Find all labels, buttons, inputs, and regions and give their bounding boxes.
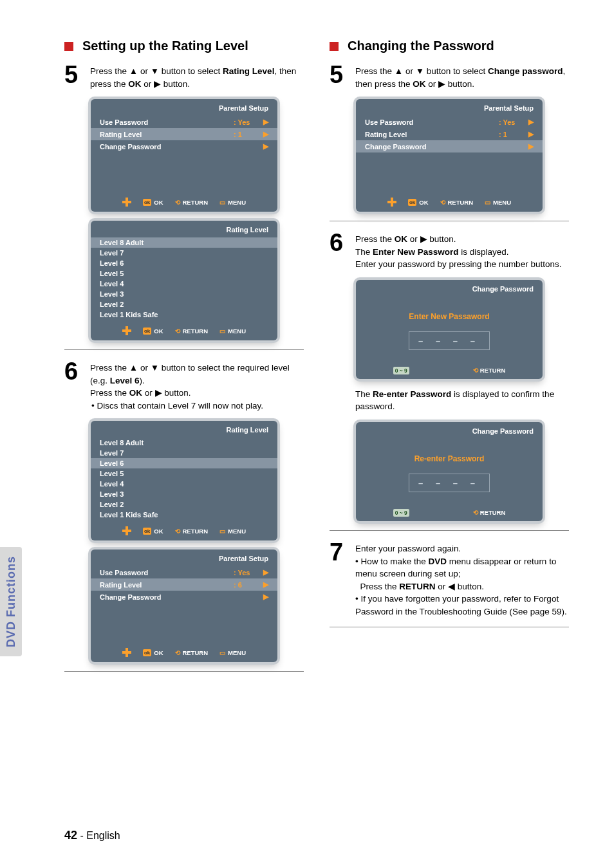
- ok-key-icon: ok: [143, 528, 151, 535]
- panel-title: Change Password: [356, 422, 543, 439]
- panel-row: Use Password : Yes ▶: [91, 116, 277, 128]
- return-icon: ⟲: [440, 199, 445, 206]
- list-item: Level 7: [91, 448, 277, 458]
- section-heading-rating: Setting up the Rating Level: [64, 39, 304, 53]
- side-category-tab: DVD Functions: [0, 547, 22, 656]
- right-arrow-icon: ▶: [263, 568, 268, 577]
- list-item: Level 6: [91, 458, 277, 468]
- step-6-right: 6 Press the OK or ▶ button. The Enter Ne…: [330, 230, 569, 271]
- section-title: Setting up the Rating Level: [82, 39, 248, 53]
- list-item: Level 8 Adult: [91, 237, 277, 248]
- right-arrow-icon: ▶: [528, 130, 534, 138]
- step-number: 5: [64, 62, 82, 87]
- panel-subtitle: Re-enter Password: [362, 454, 536, 463]
- dpad-icon: [122, 198, 131, 207]
- panel-footer: ok OK ⟲ RETURN ▭ MENU: [91, 642, 277, 662]
- down-arrow-icon: ▼: [151, 363, 159, 373]
- return-icon: ⟲: [175, 328, 180, 335]
- step-number: 5: [330, 62, 348, 87]
- list-item: Level 3: [91, 489, 277, 499]
- ok-key-icon: ok: [408, 199, 416, 206]
- list-item: Level 2: [91, 299, 277, 309]
- osd-panel-change-password: Change Password Enter New Passaword – – …: [356, 280, 543, 379]
- divider: [64, 349, 304, 350]
- osd-panel-rating-level: Rating Level Level 8 Adult Level 7 Level…: [91, 421, 277, 540]
- return-icon: ⟲: [473, 509, 478, 516]
- list-item: Level 1 Kids Safe: [91, 309, 277, 320]
- panel-title: Parental Setup: [91, 99, 277, 116]
- divider: [330, 221, 569, 221]
- osd-panel-change-password: Change Password Re-enter Password – – – …: [356, 422, 543, 521]
- step-text: Press the ▲ or ▼ button to select Rating…: [90, 62, 304, 90]
- osd-panel-parental-setup: Parental Setup Use Password : Yes ▶ Rati…: [91, 549, 277, 662]
- list-item: Level 3: [91, 289, 277, 299]
- panel-row: Use Password : Yes ▶: [356, 116, 543, 128]
- panel-footer: 0 ~ 9 ⟲ RETURN: [356, 355, 543, 379]
- panel-row: Change Password ▶: [91, 591, 277, 603]
- dpad-icon: [122, 648, 131, 657]
- list-item: Level 4: [91, 479, 277, 489]
- panel-title: Rating Level: [91, 421, 277, 438]
- list-item: Level 5: [91, 268, 277, 279]
- right-column: Changing the Password 5 Press the ▲ or ▼…: [330, 39, 569, 681]
- menu-icon: ▭: [219, 649, 225, 656]
- panel-row: Rating Level : 1 ▶: [356, 128, 543, 140]
- step-number: 6: [64, 359, 82, 383]
- side-category-label: DVD Functions: [5, 556, 18, 647]
- menu-icon: ▭: [485, 199, 490, 206]
- step-5-left: 5 Press the ▲ or ▼ button to select Rati…: [64, 62, 304, 90]
- step-text: Press the OK or ▶ button. The Enter New …: [355, 230, 569, 271]
- instruction-text: The Re-enter Password is displayed to co…: [355, 388, 569, 413]
- panel-row-highlighted: Rating Level : 6 ▶: [91, 578, 277, 591]
- panel-footer: ok OK ⟲ RETURN ▭ MENU: [91, 520, 277, 540]
- right-arrow-icon: ▶: [154, 79, 161, 89]
- panel-footer: ok OK ⟲ RETURN ▭ MENU: [356, 191, 543, 212]
- return-icon: ⟲: [175, 528, 180, 535]
- right-arrow-icon: ▶: [263, 130, 268, 138]
- panel-row-highlighted: Rating Level : 1 ▶: [91, 128, 277, 140]
- right-arrow-icon: ▶: [263, 580, 268, 589]
- right-arrow-icon: ▶: [438, 79, 445, 89]
- osd-panel-parental-setup: Parental Setup Use Password : Yes ▶ Rati…: [91, 99, 277, 212]
- dpad-icon: [387, 198, 396, 207]
- number-range-icon: 0 ~ 9: [393, 509, 409, 517]
- dpad-icon: [122, 526, 131, 535]
- page-number: 42: [64, 829, 77, 842]
- divider: [330, 530, 569, 531]
- step-number: 7: [330, 540, 348, 564]
- number-range-icon: 0 ~ 9: [393, 367, 409, 374]
- left-column: Setting up the Rating Level 5 Press the …: [64, 39, 304, 681]
- password-input-display: – – – –: [409, 331, 490, 350]
- panel-title: Change Password: [356, 280, 543, 297]
- panel-footer: 0 ~ 9 ⟲ RETURN: [356, 497, 543, 521]
- list-item: Level 8 Adult: [91, 438, 277, 448]
- right-arrow-icon: ▶: [263, 118, 268, 126]
- return-icon: ⟲: [473, 367, 478, 374]
- page-footer: 42 - English: [64, 829, 120, 842]
- up-arrow-icon: ▲: [395, 66, 403, 76]
- list-item: Level 1 Kids Safe: [91, 510, 277, 520]
- panel-footer: ok OK ⟲ RETURN ▭ MENU: [91, 191, 277, 212]
- panel-title: Parental Setup: [356, 99, 543, 116]
- page-language: English: [86, 830, 120, 841]
- right-arrow-icon: ▶: [420, 234, 427, 244]
- divider: [64, 671, 304, 672]
- panel-row: Use Password : Yes ▶: [91, 566, 277, 578]
- down-arrow-icon: ▼: [416, 66, 424, 76]
- return-icon: ⟲: [175, 199, 180, 206]
- right-arrow-icon: ▶: [263, 142, 268, 151]
- panel-title: Rating Level: [91, 221, 277, 237]
- panel-footer: ok OK ⟲ RETURN ▭ MENU: [91, 320, 277, 340]
- up-arrow-icon: ▲: [129, 363, 138, 373]
- list-item: Level 5: [91, 468, 277, 479]
- right-arrow-icon: ▶: [528, 118, 534, 126]
- return-icon: ⟲: [175, 649, 180, 656]
- panel-title: Parental Setup: [91, 549, 277, 566]
- down-arrow-icon: ▼: [151, 66, 159, 76]
- red-square-icon: [64, 42, 73, 51]
- password-input-display: – – – –: [409, 474, 490, 492]
- right-arrow-icon: ▶: [528, 142, 534, 151]
- list-item: Level 7: [91, 248, 277, 258]
- step-text: Enter your password again. • How to make…: [355, 540, 569, 618]
- section-heading-password: Changing the Password: [330, 39, 569, 53]
